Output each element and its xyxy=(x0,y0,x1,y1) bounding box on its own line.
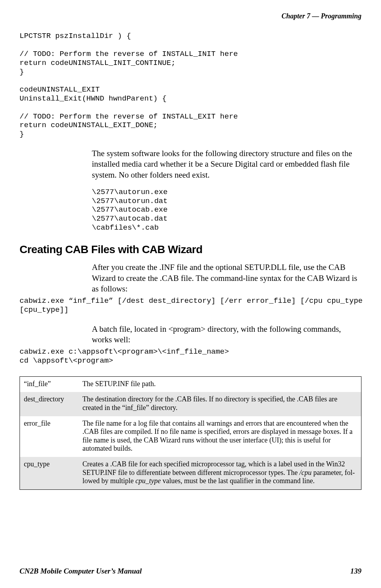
table-row: error_file The file name for a log file … xyxy=(20,416,361,457)
param-name: “inf_file” xyxy=(20,376,79,392)
code-block-uninstall: LPCTSTR pszInstallDir ) { // TODO: Perfo… xyxy=(20,32,361,139)
param-name: dest_directory xyxy=(20,392,79,416)
param-desc: The file name for a log file that contai… xyxy=(79,416,361,457)
table-row: “inf_file” The SETUP.INF file path. xyxy=(20,376,361,392)
table-row: cpu_type Creates a .CAB file for each sp… xyxy=(20,457,361,489)
parameters-table: “inf_file” The SETUP.INF file path. dest… xyxy=(20,376,361,490)
paragraph-batch: A batch file, located in <program> direc… xyxy=(92,324,361,345)
code-block-batch: cabwiz.exe c:\appsoft\<program>\<inf_fil… xyxy=(20,347,361,365)
chapter-label: Chapter 7 — Programming xyxy=(281,12,361,20)
param-name: error_file xyxy=(20,416,79,457)
code-block-syntax: cabwiz.exe “inf_file” [/dest dest_direct… xyxy=(20,297,361,315)
section-heading-cab-wizard: Creating CAB Files with CAB Wizard xyxy=(20,243,361,257)
paragraph-system-software: The system software looks for the follow… xyxy=(92,148,361,180)
table-row: dest_directory The destination directory… xyxy=(20,392,361,416)
footer-title: CN2B Mobile Computer User’s Manual xyxy=(20,566,142,576)
param-desc: The SETUP.INF file path. xyxy=(79,376,361,392)
paragraph-cab-intro: After you create the .INF file and the o… xyxy=(92,262,361,294)
page-number: 139 xyxy=(351,566,362,576)
param-desc: Creates a .CAB file for each specified m… xyxy=(79,457,361,489)
param-desc: The destination directory for the .CAB f… xyxy=(79,392,361,416)
code-block-paths: \2577\autorun.exe \2577\autorun.dat \257… xyxy=(92,188,361,232)
page-footer: CN2B Mobile Computer User’s Manual 139 xyxy=(20,566,361,576)
param-name: cpu_type xyxy=(20,457,79,489)
page-header: Chapter 7 — Programming xyxy=(20,12,361,21)
